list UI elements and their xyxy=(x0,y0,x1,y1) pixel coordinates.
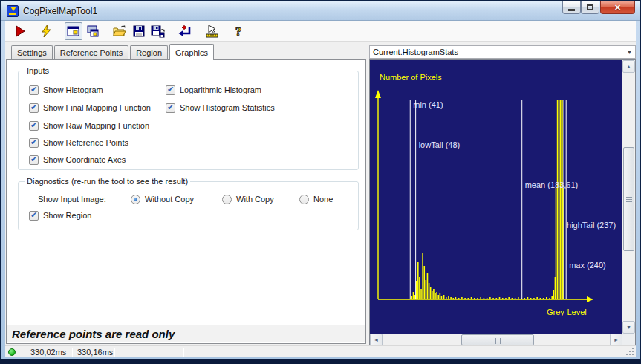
thumb-grip xyxy=(495,338,496,344)
result-selector-combo[interactable]: Current.HistogramStats ▼ xyxy=(369,45,636,59)
checkbox-box[interactable] xyxy=(166,103,175,113)
svg-text:lowTail (48): lowTail (48) xyxy=(419,140,461,149)
svg-text:Grey-Level: Grey-Level xyxy=(547,308,587,316)
scroll-down-button[interactable]: ▼ xyxy=(622,321,635,334)
diagnostics-groupbox: Diagnostics (re-run the tool to see the … xyxy=(18,181,359,230)
close-button[interactable]: ✕ xyxy=(600,1,635,14)
checkbox-show-histogram[interactable]: Show Histogram xyxy=(29,85,103,95)
checkbox-box[interactable] xyxy=(29,121,39,131)
save-icon xyxy=(132,25,146,38)
histogram-svg: Number of PixelsGrey-Levelmin (41)lowTai… xyxy=(370,60,622,334)
open-file-button[interactable] xyxy=(111,22,128,40)
tab-region[interactable]: Region xyxy=(130,45,168,59)
checkbox-box[interactable] xyxy=(29,211,39,221)
status-message: Reference points are read only xyxy=(7,325,365,342)
resize-grip[interactable] xyxy=(626,354,628,355)
vertical-scrollbar-thumb[interactable] xyxy=(623,147,634,251)
checkbox-show-histogram-statistics[interactable]: Show Histogram Statistics xyxy=(166,103,275,113)
radio-with-copy[interactable]: With Copy xyxy=(222,194,274,204)
minimize-button[interactable] xyxy=(562,1,581,14)
desktop: { "window": { "title": "CogPixelMapTool1… xyxy=(0,0,641,364)
svg-text:mean (183,61): mean (183,61) xyxy=(525,181,579,189)
checkbox-show-reference-points[interactable]: Show Reference Points xyxy=(29,137,128,148)
chevron-down-icon[interactable]: ▼ xyxy=(624,49,635,56)
help-icon: ? xyxy=(232,25,244,38)
inputs-groupbox: Inputs Show Histogram Show Final Mapping… xyxy=(18,71,359,170)
execution-time: 330,02ms xyxy=(26,348,72,357)
tab-reference-points[interactable]: Reference Points xyxy=(54,45,128,59)
run-continuous-icon xyxy=(40,25,53,38)
radio-none[interactable]: None xyxy=(299,194,333,204)
revert-button[interactable] xyxy=(176,22,194,40)
checkbox-box[interactable] xyxy=(166,85,175,95)
svg-text:min (41): min (41) xyxy=(413,100,443,109)
checkbox-logarithmic-histogram[interactable]: Logarithmic Histogram xyxy=(166,85,261,95)
graphics-tab-page: Inputs Show Histogram Show Final Mapping… xyxy=(6,59,366,344)
vertical-scrollbar[interactable]: ▲ ▼ xyxy=(622,60,635,334)
run-status-indicator xyxy=(8,348,16,356)
copy-window-icon xyxy=(85,25,100,38)
electrode-button[interactable] xyxy=(203,22,221,40)
svg-text:?: ? xyxy=(235,25,242,38)
status-separator xyxy=(114,348,115,357)
histogram-panel: Number of PixelsGrey-Levelmin (41)lowTai… xyxy=(369,59,636,347)
toolbar: ? xyxy=(5,21,636,42)
checkbox-show-final-mapping-function[interactable]: Show Final Mapping Function xyxy=(29,103,151,113)
checkbox-show-raw-mapping-function[interactable]: Show Raw Mapping Function xyxy=(29,120,149,131)
checkbox-show-region[interactable]: Show Region xyxy=(29,210,91,221)
checkbox-box[interactable] xyxy=(29,155,39,165)
save-button[interactable] xyxy=(130,22,148,40)
result-selector-value: Current.HistogramStats xyxy=(370,48,624,56)
run-button[interactable] xyxy=(11,22,29,40)
window-controls: ✕ xyxy=(562,1,635,14)
run-icon xyxy=(13,25,27,38)
histogram-view[interactable]: Number of PixelsGrey-Levelmin (41)lowTai… xyxy=(370,60,622,334)
scroll-right-button[interactable]: ► xyxy=(610,334,622,346)
diagnostics-groupbox-title: Diagnostics (re-run the tool to see the … xyxy=(25,177,190,186)
svg-text:Number of Pixels: Number of Pixels xyxy=(380,73,442,82)
inputs-groupbox-title: Inputs xyxy=(25,66,51,75)
checkbox-box[interactable] xyxy=(29,103,39,113)
tab-settings[interactable]: Settings xyxy=(11,45,53,59)
horizontal-scrollbar-thumb[interactable] xyxy=(461,334,534,345)
window-title: CogPixelMapTool1 xyxy=(23,6,97,16)
maximize-icon xyxy=(587,4,593,10)
status-bar: 330,02ms 330,16ms xyxy=(5,345,636,357)
save-as-icon xyxy=(151,25,166,38)
float-window-button[interactable] xyxy=(65,22,82,40)
window-border-right xyxy=(636,21,640,359)
copy-window-button[interactable] xyxy=(84,22,102,40)
radio-circle[interactable] xyxy=(299,195,309,204)
checkbox-show-coordinate-axes[interactable]: Show Coordinate Axes xyxy=(29,155,126,165)
radio-circle[interactable] xyxy=(222,195,232,204)
tab-strip: Settings Reference Points Region Graphic… xyxy=(11,43,215,59)
svg-text:max (240): max (240) xyxy=(569,261,606,270)
window-border-bottom xyxy=(0,359,641,364)
client-area: ? Settings Reference Points Region Graph… xyxy=(5,21,636,357)
scrollbar-corner xyxy=(622,334,635,346)
status-separator xyxy=(183,348,184,357)
total-time: 330,16ms xyxy=(73,348,114,357)
title-bar[interactable]: CogPixelMapTool1 ✕ xyxy=(1,1,640,21)
help-button[interactable]: ? xyxy=(230,22,247,40)
checkbox-box[interactable] xyxy=(29,138,39,148)
app-icon-tray xyxy=(9,13,16,15)
run-continuous-button[interactable] xyxy=(38,22,56,40)
radio-without-copy[interactable]: Without Copy xyxy=(131,194,194,204)
scroll-left-button[interactable]: ◄ xyxy=(370,334,383,346)
tab-graphics[interactable]: Graphics xyxy=(169,44,214,60)
checkbox-box[interactable] xyxy=(29,85,39,95)
float-window-icon xyxy=(66,25,81,38)
revert-icon xyxy=(178,25,192,38)
app-icon xyxy=(7,5,19,17)
radio-circle[interactable] xyxy=(131,195,140,204)
electrode-icon xyxy=(204,25,220,38)
thumb-grip xyxy=(626,197,632,198)
minimize-icon xyxy=(568,9,575,11)
save-as-button[interactable] xyxy=(149,22,167,40)
horizontal-scrollbar[interactable]: ◄ ► xyxy=(370,334,622,346)
scroll-up-button[interactable]: ▲ xyxy=(622,60,635,73)
show-input-image-label: Show Input Image: xyxy=(38,194,106,204)
maximize-button[interactable] xyxy=(581,1,599,14)
open-file-icon xyxy=(112,25,127,38)
